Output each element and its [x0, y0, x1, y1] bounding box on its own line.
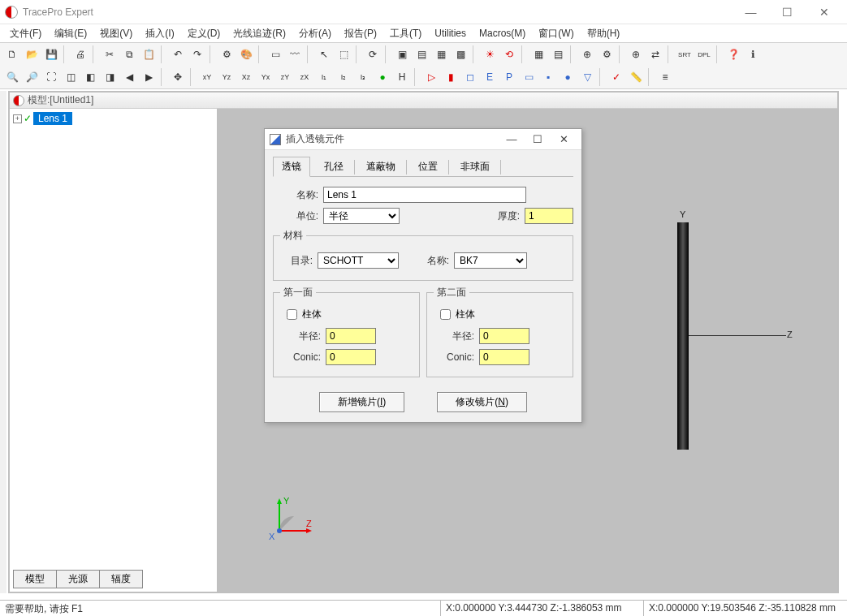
table-icon[interactable]: ▦ — [529, 45, 547, 63]
h-icon[interactable]: H — [393, 68, 411, 86]
new-icon[interactable]: 🗋 — [3, 45, 21, 63]
shape-rect-icon[interactable]: ▭ — [520, 68, 538, 86]
paste-icon[interactable]: 📋 — [140, 45, 158, 63]
tab-model[interactable]: 模型 — [13, 570, 57, 588]
maximize-button[interactable]: ☐ — [769, 1, 806, 24]
shape-dot-icon[interactable]: ● — [559, 68, 577, 86]
tab-position[interactable]: 位置 — [409, 157, 447, 177]
shape-down-icon[interactable]: ▽ — [578, 68, 596, 86]
zoom-in-icon[interactable]: 🔍 — [3, 68, 21, 86]
menu-utilities[interactable]: Utilities — [428, 26, 473, 41]
help-icon[interactable]: ❓ — [724, 45, 742, 63]
chart-icon[interactable]: ▤ — [549, 45, 567, 63]
shape-e-icon[interactable]: E — [481, 68, 499, 86]
shape-p-icon[interactable]: P — [500, 68, 518, 86]
open-icon[interactable]: 📂 — [23, 45, 41, 63]
thickness-input[interactable] — [525, 208, 573, 224]
dialog-titlebar[interactable]: 插入透镜元件 — ☐ ✕ — [265, 129, 581, 150]
menu-edit[interactable]: 编辑(E) — [48, 25, 93, 42]
menu-define[interactable]: 定义(D) — [181, 25, 227, 42]
redo-icon[interactable]: ↷ — [188, 45, 206, 63]
dot-icon[interactable]: ● — [374, 68, 391, 86]
tab-irradiance[interactable]: 辐度 — [99, 570, 143, 588]
menu-insert[interactable]: 插入(I) — [139, 25, 180, 42]
name-input[interactable] — [323, 187, 526, 203]
cut-icon[interactable]: ✂ — [101, 45, 119, 63]
zoom-all-icon[interactable]: ◨ — [101, 68, 119, 86]
trace-icon[interactable]: ☀ — [481, 45, 499, 63]
zoom-fit-icon[interactable]: ⛶ — [42, 68, 60, 86]
zoom-window-icon[interactable]: ◫ — [62, 68, 80, 86]
shape-sq-icon[interactable]: ▪ — [539, 68, 557, 86]
move-icon[interactable]: ✥ — [169, 68, 187, 86]
target-icon[interactable]: ⊕ — [578, 45, 596, 63]
surf1-radius-input[interactable] — [326, 328, 376, 344]
catalog-select[interactable]: SCHOTT — [318, 252, 399, 269]
dialog-close-button[interactable]: ✕ — [551, 130, 577, 149]
view-tile-icon[interactable]: ▤ — [413, 45, 430, 63]
axis-xy-icon[interactable]: xY — [198, 68, 216, 86]
document-titlebar[interactable]: 模型:[Untitled1] — [10, 93, 837, 109]
zoom-sel-icon[interactable]: ◧ — [81, 68, 99, 86]
link-icon[interactable]: ⇄ — [646, 45, 664, 63]
dialog-maximize-button[interactable]: ☐ — [525, 130, 551, 149]
sketch-icon[interactable]: 〰 — [286, 45, 304, 63]
copy-icon[interactable]: ⧉ — [120, 45, 138, 63]
viewport[interactable]: Y Z Y Z X 插入透 — [218, 109, 837, 592]
minimize-button[interactable]: — — [732, 1, 769, 24]
unit-select[interactable]: 半径 — [323, 208, 400, 224]
shape-bar-icon[interactable]: ▮ — [442, 68, 460, 86]
shape-c-icon[interactable]: ◻ — [461, 68, 479, 86]
menu-view[interactable]: 视图(V) — [93, 25, 139, 42]
check-icon[interactable]: ✓ — [607, 68, 625, 86]
view-window-icon[interactable]: ▣ — [393, 45, 411, 63]
reverse-icon[interactable]: ⟲ — [500, 45, 518, 63]
axis-iso3-icon[interactable]: I₃ — [354, 68, 372, 86]
tab-obscure[interactable]: 遮蔽物 — [357, 157, 404, 177]
pan-next-icon[interactable]: ▶ — [140, 68, 158, 86]
tree-item-label[interactable]: Lens 1 — [33, 112, 72, 125]
surf1-cyl-checkbox[interactable] — [287, 309, 297, 320]
axis-yx-icon[interactable]: Yx — [257, 68, 274, 86]
close-button[interactable]: ✕ — [806, 1, 842, 24]
surf1-conic-input[interactable] — [326, 349, 376, 365]
about-icon[interactable]: ℹ — [744, 45, 762, 63]
tab-aspheric[interactable]: 非球面 — [452, 157, 499, 177]
srt-icon[interactable]: SRT — [676, 45, 694, 63]
axis-xz-icon[interactable]: Xz — [237, 68, 255, 86]
dialog-minimize-button[interactable]: — — [499, 130, 525, 149]
axis-yz-icon[interactable]: Yz — [218, 68, 236, 86]
menu-help[interactable]: 帮助(H) — [581, 25, 627, 42]
menu-file[interactable]: 文件(F) — [3, 25, 48, 42]
new-lens-button[interactable]: 新增镜片(I) — [319, 392, 404, 412]
ruler-icon[interactable]: 📏 — [627, 68, 645, 86]
print-icon[interactable]: 🖨 — [71, 45, 89, 63]
expand-icon[interactable]: + — [13, 114, 22, 123]
tab-aperture[interactable]: 孔径 — [315, 157, 352, 177]
menu-window[interactable]: 窗口(W) — [532, 25, 580, 42]
material-name-select[interactable]: BK7 — [454, 252, 527, 269]
globe-icon[interactable]: ⊕ — [627, 45, 645, 63]
view-split-icon[interactable]: ▦ — [432, 45, 450, 63]
menu-macros[interactable]: Macros(M) — [473, 26, 532, 41]
view-grid-icon[interactable]: ▩ — [452, 45, 469, 63]
menu-analysis[interactable]: 分析(A) — [292, 25, 338, 42]
tab-source[interactable]: 光源 — [56, 570, 100, 588]
surf2-conic-input[interactable] — [479, 349, 529, 365]
render-icon[interactable]: 🎨 — [237, 45, 255, 63]
menu-raytrace[interactable]: 光线追迹(R) — [227, 25, 292, 42]
menu-report[interactable]: 报告(P) — [338, 25, 383, 42]
axis-iso2-icon[interactable]: I₂ — [335, 68, 352, 86]
shape-d-icon[interactable]: ▷ — [422, 68, 440, 86]
zoom-out-icon[interactable]: 🔎 — [23, 68, 41, 86]
axis-zy-icon[interactable]: zY — [276, 68, 294, 86]
axis-zx-icon[interactable]: zX — [296, 68, 313, 86]
gear-icon[interactable]: ⚙ — [598, 45, 616, 63]
rotate-icon[interactable]: ⟳ — [364, 45, 382, 63]
object-icon[interactable]: ▭ — [266, 45, 284, 63]
pan-prev-icon[interactable]: ◀ — [120, 68, 138, 86]
undo-icon[interactable]: ↶ — [169, 45, 187, 63]
cursor-icon[interactable]: ↖ — [315, 45, 333, 63]
axis-iso1-icon[interactable]: I₁ — [315, 68, 333, 86]
surf2-cyl-checkbox[interactable] — [440, 309, 451, 320]
